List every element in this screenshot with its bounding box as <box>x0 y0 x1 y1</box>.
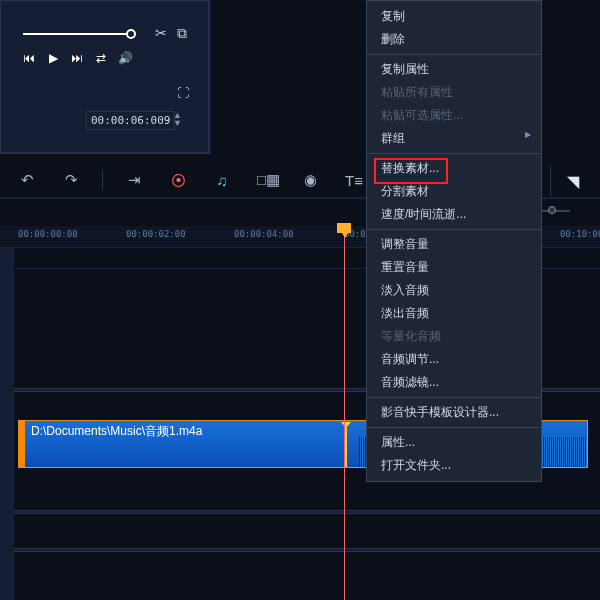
menu-separator <box>367 427 541 428</box>
menu-item: 等量化音频 <box>367 325 541 348</box>
menu-item[interactable]: 分割素材 <box>367 180 541 203</box>
separator <box>102 170 103 190</box>
track-header <box>0 248 14 600</box>
menu-separator <box>367 397 541 398</box>
copy-icon[interactable]: ⧉ <box>177 25 187 42</box>
playhead-arrow[interactable] <box>339 228 351 238</box>
transport-controls: ⏮ ▶ ⏭ ⇄ 🔊 <box>21 51 133 65</box>
next-frame-icon[interactable]: ⏭ <box>69 51 85 65</box>
menu-separator <box>367 229 541 230</box>
preview-panel: ⏮ ▶ ⏭ ⇄ 🔊 ✂ ⧉ ⛶ 00:00:06:009 ▲▼ <box>0 0 209 154</box>
seek-bar[interactable] <box>23 33 131 35</box>
undo-icon[interactable]: ↶ <box>18 171 36 189</box>
track-separator <box>0 510 600 514</box>
menu-item[interactable]: 替换素材... <box>367 157 541 180</box>
jump-icon[interactable]: ⇥ <box>125 171 143 189</box>
clip-filename: D:\Documents\Music\音频1.m4a <box>31 423 202 440</box>
menu-item[interactable]: 属性... <box>367 431 541 454</box>
marker-button[interactable]: ◥ <box>550 166 580 196</box>
menu-item[interactable]: 群组 <box>367 127 541 150</box>
menu-item[interactable]: 打开文件夹... <box>367 454 541 477</box>
menu-item[interactable]: 淡入音频 <box>367 279 541 302</box>
seek-knob[interactable] <box>126 29 136 39</box>
media-icon[interactable]: □▦ <box>257 171 275 189</box>
clip-trim-left[interactable] <box>19 421 25 467</box>
timecode-display[interactable]: 00:00:06:009 <box>86 111 175 130</box>
ruler-tick: 00:00:04:00 <box>234 229 294 239</box>
record-icon[interactable]: ⦿ <box>169 172 187 189</box>
menu-item[interactable]: 调整音量 <box>367 233 541 256</box>
prev-frame-icon[interactable]: ⏮ <box>21 51 37 65</box>
menu-separator <box>367 54 541 55</box>
menu-item: 粘贴可选属性... <box>367 104 541 127</box>
loop-icon[interactable]: ⇄ <box>93 51 109 65</box>
ruler-tick: 00:10:00 <box>560 229 600 239</box>
menu-item[interactable]: 淡出音频 <box>367 302 541 325</box>
menu-separator <box>367 153 541 154</box>
cut-icon[interactable]: ✂ <box>155 25 167 42</box>
redo-icon[interactable]: ↷ <box>62 171 80 189</box>
track-separator <box>0 548 600 552</box>
menu-item[interactable]: 重置音量 <box>367 256 541 279</box>
ruler-tick: 00:00:02:00 <box>126 229 186 239</box>
blend-icon[interactable]: ◉ <box>301 171 319 189</box>
timecode-stepper[interactable]: ▲▼ <box>173 111 182 127</box>
title-icon[interactable]: T≡ <box>345 172 363 189</box>
menu-item[interactable]: 速度/时间流逝... <box>367 203 541 226</box>
playhead-line[interactable] <box>344 226 345 600</box>
menu-item[interactable]: 音频调节... <box>367 348 541 371</box>
menu-item[interactable]: 影音快手模板设计器... <box>367 401 541 424</box>
divider <box>209 0 211 154</box>
menu-item[interactable]: 复制属性 <box>367 58 541 81</box>
menu-item[interactable]: 音频滤镜... <box>367 371 541 394</box>
menu-item: 粘贴所有属性 <box>367 81 541 104</box>
ruler-tick: 00:00:00:00 <box>18 229 78 239</box>
context-menu: 复制删除复制属性粘贴所有属性粘贴可选属性...群组替换素材...分割素材速度/时… <box>366 0 542 482</box>
zoom-knob[interactable] <box>548 206 556 214</box>
menu-item[interactable]: 删除 <box>367 28 541 51</box>
menu-item[interactable]: 复制 <box>367 5 541 28</box>
clip-playhead <box>345 423 347 467</box>
volume-icon[interactable]: 🔊 <box>117 51 133 65</box>
fullscreen-icon[interactable]: ⛶ <box>177 86 189 100</box>
audio-edit-icon[interactable]: ♫ <box>213 172 231 189</box>
play-icon[interactable]: ▶ <box>45 51 61 65</box>
